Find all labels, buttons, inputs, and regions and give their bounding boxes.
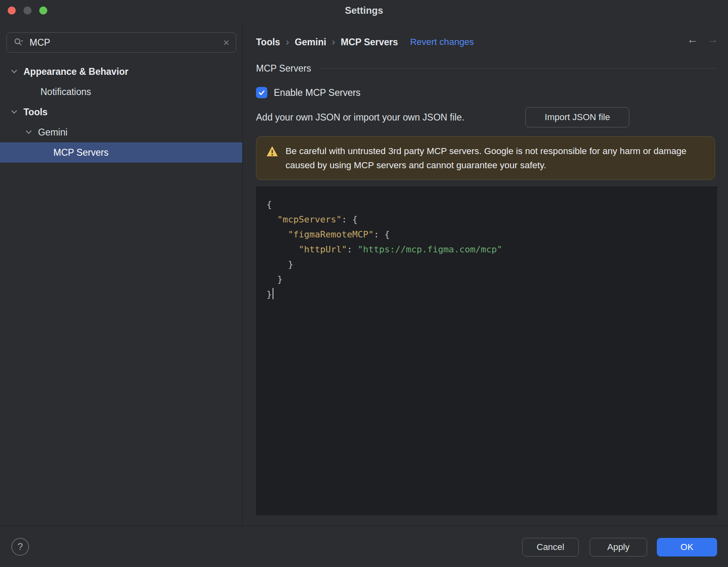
code-line: } bbox=[267, 257, 717, 272]
breadcrumb-gemini[interactable]: Gemini bbox=[295, 37, 326, 48]
sidebar-item-mcp-servers[interactable]: MCP Servers bbox=[0, 142, 242, 163]
settings-sidebar: MCP × Appearance & Behavior Notification… bbox=[0, 22, 243, 526]
enable-mcp-label: Enable MCP Servers bbox=[274, 87, 360, 98]
settings-search-field[interactable]: MCP × bbox=[6, 32, 236, 53]
help-question-mark: ? bbox=[17, 541, 23, 552]
forward-arrow-icon: → bbox=[707, 34, 718, 45]
breadcrumb-separator-icon: › bbox=[332, 36, 335, 48]
back-arrow-icon[interactable]: ← bbox=[687, 34, 698, 45]
sidebar-item-notifications[interactable]: Notifications bbox=[0, 82, 242, 102]
section-header: MCP Servers bbox=[256, 62, 717, 74]
import-row: Add your own JSON or import your own JSO… bbox=[256, 107, 717, 127]
code-line: "figmaRemoteMCP": { bbox=[267, 227, 717, 242]
warning-icon bbox=[266, 146, 278, 157]
titlebar: Settings bbox=[0, 0, 728, 22]
breadcrumb-separator-icon: › bbox=[286, 36, 289, 48]
help-button[interactable]: ? bbox=[11, 538, 29, 556]
breadcrumb-tools[interactable]: Tools bbox=[256, 37, 280, 48]
search-input[interactable]: MCP bbox=[30, 37, 223, 48]
text-cursor bbox=[273, 288, 273, 299]
breadcrumb: Tools › Gemini › MCP Servers Revert chan… bbox=[256, 36, 474, 49]
checkmark-icon bbox=[258, 89, 265, 96]
warning-text: Be careful with untrusted 3rd party MCP … bbox=[286, 144, 705, 172]
footer-bar: ? Cancel Apply OK bbox=[0, 526, 728, 567]
search-with-history-icon bbox=[13, 37, 24, 48]
warning-banner: Be careful with untrusted 3rd party MCP … bbox=[256, 136, 715, 180]
settings-window: Settings MCP × Appearance & Behavior Not… bbox=[0, 0, 728, 567]
cancel-button[interactable]: Cancel bbox=[522, 538, 579, 556]
clear-search-icon[interactable]: × bbox=[223, 37, 229, 48]
apply-button[interactable]: Apply bbox=[590, 538, 647, 556]
breadcrumb-mcp-servers[interactable]: MCP Servers bbox=[341, 37, 398, 48]
json-editor[interactable]: { "mcpServers": { "figmaRemoteMCP": { "h… bbox=[256, 186, 717, 515]
code-line: { bbox=[267, 197, 717, 212]
code-line: } bbox=[267, 287, 717, 302]
sidebar-item-gemini[interactable]: Gemini bbox=[0, 122, 242, 142]
section-divider bbox=[320, 68, 717, 69]
enable-mcp-checkbox[interactable] bbox=[256, 87, 267, 98]
sidebar-item-appearance-behavior[interactable]: Appearance & Behavior bbox=[0, 61, 242, 82]
code-line: "mcpServers": { bbox=[267, 212, 717, 227]
sidebar-item-tools[interactable]: Tools bbox=[0, 102, 242, 122]
enable-mcp-row: Enable MCP Servers bbox=[256, 86, 360, 99]
code-line: } bbox=[267, 272, 717, 287]
settings-tree: Appearance & Behavior Notifications Tool… bbox=[0, 61, 242, 163]
import-instruction: Add your own JSON or import your own JSO… bbox=[256, 112, 464, 123]
settings-content: Tools › Gemini › MCP Servers Revert chan… bbox=[243, 22, 728, 526]
import-json-button[interactable]: Import JSON file bbox=[525, 107, 629, 127]
window-title: Settings bbox=[0, 5, 728, 16]
code-line: "httpUrl": "https://mcp.figma.com/mcp" bbox=[267, 242, 717, 257]
ok-button[interactable]: OK bbox=[657, 538, 717, 556]
chevron-down-icon[interactable] bbox=[26, 128, 32, 134]
chevron-down-icon[interactable] bbox=[11, 68, 17, 73]
json-editor-code: { "mcpServers": { "figmaRemoteMCP": { "h… bbox=[256, 186, 717, 302]
section-title: MCP Servers bbox=[256, 63, 311, 74]
revert-changes-link[interactable]: Revert changes bbox=[410, 37, 474, 47]
chevron-down-icon[interactable] bbox=[11, 108, 17, 114]
